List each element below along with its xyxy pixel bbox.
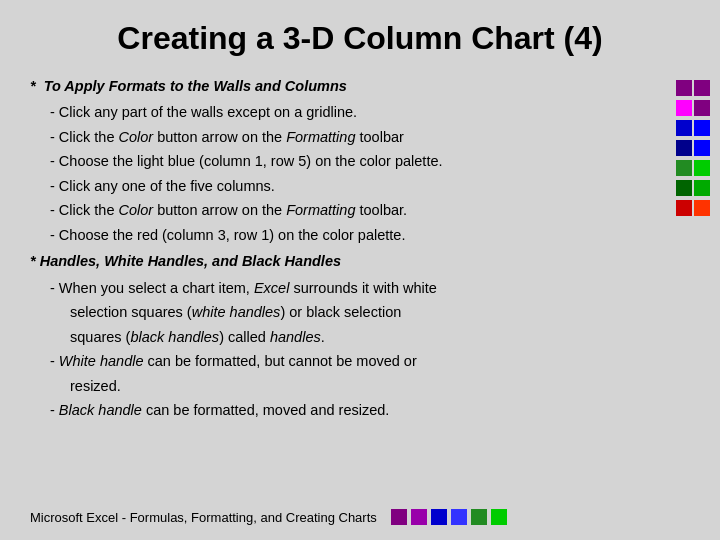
footer-text: Microsoft Excel - Formulas, Formatting, … — [30, 510, 377, 525]
slide: Creating a 3-D Column Chart (4) * To App… — [0, 0, 720, 540]
sq-pair-4 — [676, 140, 710, 156]
sq-darkgreen1 — [676, 180, 692, 196]
sq-green1 — [676, 160, 692, 176]
footer-sq-2 — [411, 509, 427, 525]
color-squares-right — [676, 80, 710, 216]
sq-pair-6 — [676, 180, 710, 196]
sq-blue1 — [676, 120, 692, 136]
sq-green3 — [694, 180, 710, 196]
slide-title: Creating a 3-D Column Chart (4) — [30, 20, 690, 57]
bullet-2-1: - When you select a chart item, Excel su… — [50, 277, 690, 299]
bullet-1-1: - Click any part of the walls except on … — [50, 101, 690, 123]
bullet-2-3: - Black handle can be formatted, moved a… — [50, 399, 690, 421]
bullet-1-3: - Choose the light blue (column 1, row 5… — [50, 150, 690, 172]
bullet-2: * Handles, White Handles, and Black Hand… — [30, 250, 690, 272]
sq-purple2 — [694, 80, 710, 96]
bullet-1-4: - Click any one of the five columns. — [50, 175, 690, 197]
footer-sq-3 — [431, 509, 447, 525]
footer-sq-5 — [471, 509, 487, 525]
sq-magenta1 — [676, 100, 692, 116]
bullet-1: * To Apply Formats to the Walls and Colu… — [30, 75, 690, 97]
slide-content: * To Apply Formats to the Walls and Colu… — [30, 75, 690, 497]
footer-color-squares — [391, 509, 507, 525]
sq-pair-2 — [676, 100, 710, 116]
sq-purple3 — [694, 100, 710, 116]
sq-red1 — [676, 200, 692, 216]
sq-blue3 — [694, 140, 710, 156]
bullet-1-6: - Choose the red (column 3, row 1) on th… — [50, 224, 690, 246]
bullet-2-1-cont: selection squares (white handles) or bla… — [70, 301, 690, 323]
footer-sq-4 — [451, 509, 467, 525]
bullet-2-1-cont2: squares (black handles) called handles. — [70, 326, 690, 348]
footer-sq-6 — [491, 509, 507, 525]
sq-darkblue1 — [676, 140, 692, 156]
sq-pair-1 — [676, 80, 710, 96]
sq-green2 — [694, 160, 710, 176]
sq-pair-3 — [676, 120, 710, 136]
bullet-1-5: - Click the Color button arrow on the Fo… — [50, 199, 690, 221]
sq-pair-5 — [676, 160, 710, 176]
footer: Microsoft Excel - Formulas, Formatting, … — [30, 505, 690, 525]
sq-pair-7 — [676, 200, 710, 216]
sq-purple1 — [676, 80, 692, 96]
sq-red2 — [694, 200, 710, 216]
footer-sq-1 — [391, 509, 407, 525]
bullet-2-2: - White handle can be formatted, but can… — [50, 350, 690, 372]
sq-blue2 — [694, 120, 710, 136]
bullet-1-2: - Click the Color button arrow on the Fo… — [50, 126, 690, 148]
bullet-2-2-cont: resized. — [70, 375, 690, 397]
